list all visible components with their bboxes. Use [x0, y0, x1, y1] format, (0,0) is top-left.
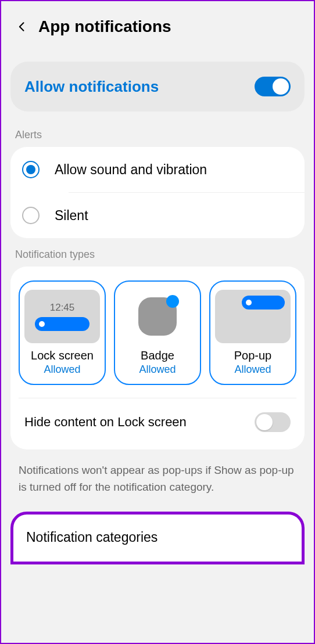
hint-text: Notifications won't appear as pop-ups if…: [1, 449, 314, 507]
type-title: Pop-up: [234, 349, 272, 362]
allow-notifications-row[interactable]: Allow notifications: [10, 62, 305, 111]
badge-dot-icon: [166, 295, 179, 308]
type-popup[interactable]: Pop-up Allowed: [209, 280, 296, 385]
type-status: Allowed: [139, 364, 176, 376]
header: App notifications: [1, 1, 314, 48]
lock-screen-time: 12:45: [50, 302, 75, 314]
page-title: App notifications: [38, 17, 171, 36]
alerts-card: Allow sound and vibration Silent: [10, 147, 305, 238]
type-title: Lock screen: [31, 349, 94, 362]
notification-categories-row[interactable]: Notification categories: [10, 512, 305, 564]
lock-screen-preview: 12:45: [24, 290, 100, 343]
type-title: Badge: [141, 349, 174, 362]
badge-preview: [138, 297, 177, 336]
toggle-knob: [273, 78, 289, 95]
type-status: Allowed: [44, 364, 80, 376]
radio-sound-vibration[interactable]: Allow sound and vibration: [10, 147, 305, 192]
radio-label: Allow sound and vibration: [55, 162, 207, 178]
popup-preview: [215, 290, 291, 343]
radio-unselected-icon: [22, 207, 40, 224]
type-status: Allowed: [234, 364, 271, 376]
hide-content-toggle[interactable]: [255, 412, 291, 432]
types-card: 12:45 Lock screen Allowed Badge Allowed: [10, 267, 305, 449]
hide-content-row[interactable]: Hide content on Lock screen: [19, 398, 296, 442]
notification-categories-label: Notification categories: [26, 530, 289, 545]
back-icon[interactable]: [15, 20, 29, 34]
toggle-knob: [256, 414, 273, 430]
radio-selected-icon: [22, 161, 40, 178]
type-lock-screen[interactable]: 12:45 Lock screen Allowed: [19, 280, 106, 385]
radio-label: Silent: [55, 208, 88, 224]
types-section-label: Notification types: [1, 238, 314, 267]
allow-notifications-toggle[interactable]: [255, 77, 291, 96]
radio-silent[interactable]: Silent: [10, 193, 305, 238]
hide-content-label: Hide content on Lock screen: [24, 415, 187, 430]
type-badge[interactable]: Badge Allowed: [114, 280, 201, 385]
allow-notifications-label: Allow notifications: [24, 78, 159, 96]
alerts-section-label: Alerts: [1, 118, 314, 147]
